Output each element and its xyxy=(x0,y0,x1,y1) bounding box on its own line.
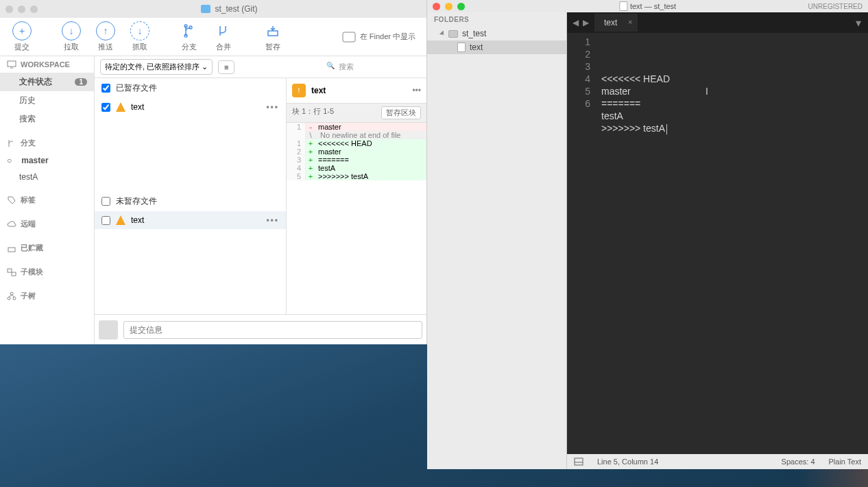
submodule-icon xyxy=(7,268,16,276)
pull-button[interactable]: ↓ 拉取 xyxy=(55,19,88,55)
tab-prev-icon[interactable]: ◀ xyxy=(571,16,580,29)
window-title: text — st_test xyxy=(619,1,676,11)
sidebar-file-status[interactable]: 文件状态 1 xyxy=(0,73,94,91)
diff-options-icon[interactable]: ••• xyxy=(412,86,421,95)
hunk-header: 块 1：行 1-5 暂存区块 xyxy=(287,103,426,123)
minimize-button[interactable] xyxy=(445,3,453,10)
file-status-badge: 1 xyxy=(75,78,87,86)
sidebar: WORKSPACE 文件状态 1 历史 搜索 分支 master testA 标… xyxy=(0,56,95,344)
finder-icon xyxy=(342,32,356,43)
unstaged-header[interactable]: 未暂存文件 xyxy=(95,191,286,211)
diff-header: ! text ••• xyxy=(287,78,426,103)
file-pane: 已暂存文件 text ••• 未暂存文件 xyxy=(95,78,287,314)
maximize-button[interactable] xyxy=(457,3,465,10)
submodule-header[interactable]: 子模块 xyxy=(0,263,94,281)
maximize-button[interactable] xyxy=(30,5,38,13)
file-icon xyxy=(619,1,627,11)
title-text: st_test (Git) xyxy=(215,4,257,14)
file-checkbox[interactable] xyxy=(101,216,110,225)
code-content[interactable]: I <<<<<<< HEADmaster=======testA>>>>>>> … xyxy=(597,33,854,454)
user-avatar xyxy=(99,320,118,340)
branch-testA[interactable]: testA xyxy=(0,169,94,185)
remote-header[interactable]: 远端 xyxy=(0,215,94,233)
diff-line[interactable]: 1-master xyxy=(287,123,426,131)
file-checkbox[interactable] xyxy=(101,103,110,112)
sidebar-history[interactable]: 历史 xyxy=(0,91,94,110)
diff-line[interactable]: 3+======= xyxy=(287,156,426,164)
tag-icon xyxy=(7,195,16,205)
cursor-position[interactable]: Line 5, Column 14 xyxy=(597,458,658,466)
diff-line[interactable]: \ No newline at end of file xyxy=(287,131,426,139)
tab-next-icon[interactable]: ▶ xyxy=(581,16,590,29)
fetch-button[interactable]: ↓ 抓取 xyxy=(123,19,156,55)
text-cursor-icon: I xyxy=(706,85,708,97)
indent-setting[interactable]: Spaces: 4 xyxy=(782,458,815,466)
panel-icon[interactable] xyxy=(574,458,583,466)
toolbar: + 提交 ↓ 拉取 ↑ 推送 ↓ 抓取 分支 合并 暂存 xyxy=(0,18,426,56)
diff-file-icon: ! xyxy=(292,84,306,97)
file-icon xyxy=(457,43,466,52)
stash-button[interactable]: 暂存 xyxy=(256,19,289,55)
unstaged-checkbox[interactable] xyxy=(101,197,110,206)
monitor-icon xyxy=(7,60,16,69)
sidebar-search[interactable]: 搜索 xyxy=(0,110,94,128)
unstaged-file-text[interactable]: text ••• xyxy=(95,211,286,229)
sourcetree-window: st_test (Git) + 提交 ↓ 拉取 ↑ 推送 ↓ 抓取 分支 合并 xyxy=(0,0,427,344)
svg-rect-5 xyxy=(8,269,12,272)
diff-content[interactable]: 1-master\ No newline at end of file1+<<<… xyxy=(287,123,426,180)
code-editor[interactable]: 123456 I <<<<<<< HEADmaster=======testA>… xyxy=(567,33,868,454)
svg-point-9 xyxy=(13,297,16,300)
stage-hunk-button[interactable]: 暂存区块 xyxy=(381,106,421,119)
tab-text[interactable]: text × xyxy=(594,14,638,32)
subtree-icon xyxy=(7,292,16,301)
diff-line[interactable]: 1+<<<<<<< HEAD xyxy=(287,139,426,147)
traffic-lights xyxy=(5,5,38,13)
sublime-titlebar[interactable]: text — st_test UNREGISTERED xyxy=(427,0,868,12)
minimize-button[interactable] xyxy=(18,5,25,13)
workspace-header: WORKSPACE xyxy=(0,56,94,73)
filter-dropdown[interactable]: 待定的文件, 已依照路径排序 ⌄ xyxy=(100,59,213,75)
minimap[interactable] xyxy=(854,33,868,454)
staged-checkbox[interactable] xyxy=(101,84,110,93)
push-icon: ↑ xyxy=(96,21,115,40)
diff-filename: text xyxy=(311,86,326,95)
diff-line[interactable]: 4+testA xyxy=(287,164,426,172)
file-menu-icon[interactable]: ••• xyxy=(266,215,279,225)
branch-master[interactable]: master xyxy=(0,152,94,169)
tags-header[interactable]: 标签 xyxy=(0,191,94,209)
cloud-icon xyxy=(7,220,16,228)
branch-header[interactable]: 分支 xyxy=(0,134,94,152)
merge-button[interactable]: 合并 xyxy=(207,19,240,55)
commit-button[interactable]: + 提交 xyxy=(5,19,38,55)
commit-bar xyxy=(95,314,426,344)
search-input[interactable]: 搜索 xyxy=(322,59,421,75)
syntax-setting[interactable]: Plain Text xyxy=(829,458,862,466)
disclosure-triangle-icon[interactable] xyxy=(439,30,446,36)
main-panel: 待定的文件, 已依照路径排序 ⌄ ≡ 搜索 已暂存文件 text ••• xyxy=(95,56,426,344)
branch-button[interactable]: 分支 xyxy=(173,19,206,55)
push-button[interactable]: ↑ 推送 xyxy=(89,19,122,55)
staged-file-text[interactable]: text ••• xyxy=(95,98,286,116)
tab-menu-icon[interactable]: ▾ xyxy=(849,16,868,29)
branch-icon xyxy=(7,139,16,148)
svg-point-7 xyxy=(10,292,13,295)
view-mode-button[interactable]: ≡ xyxy=(218,60,234,74)
commit-message-input[interactable] xyxy=(123,321,422,339)
folder-st_test[interactable]: st_test xyxy=(427,27,566,40)
traffic-lights xyxy=(433,3,465,10)
subtree-header[interactable]: 子树 xyxy=(0,287,94,305)
sourcetree-titlebar[interactable]: st_test (Git) xyxy=(0,0,426,18)
svg-rect-1 xyxy=(343,32,355,42)
status-bar: Line 5, Column 14 Spaces: 4 Plain Text xyxy=(567,454,868,469)
stashed-header[interactable]: 已贮藏 xyxy=(0,239,94,257)
close-button[interactable] xyxy=(433,3,440,10)
show-in-finder-button[interactable]: 在 Finder 中显示 xyxy=(337,32,421,43)
file-text[interactable]: text xyxy=(427,40,566,54)
diff-line[interactable]: 2+master xyxy=(287,147,426,156)
close-button[interactable] xyxy=(5,5,13,13)
staged-header[interactable]: 已暂存文件 xyxy=(95,78,286,98)
tab-close-icon[interactable]: × xyxy=(628,18,632,26)
file-menu-icon[interactable]: ••• xyxy=(266,102,279,112)
svg-rect-2 xyxy=(8,61,16,67)
diff-line[interactable]: 5+>>>>>>> testA xyxy=(287,172,426,180)
